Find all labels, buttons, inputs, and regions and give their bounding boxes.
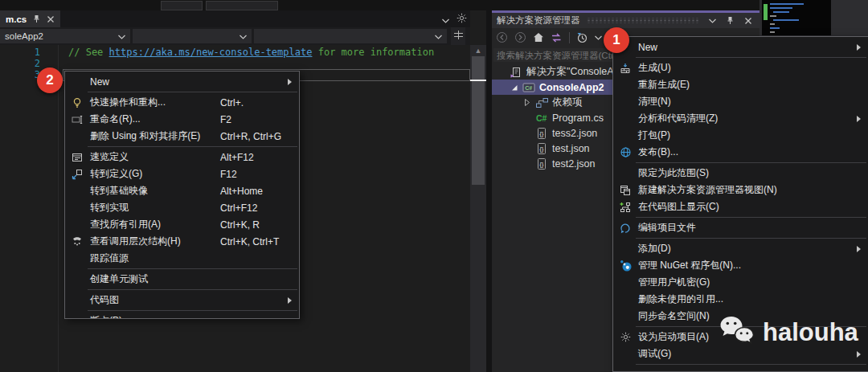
csharp-file-icon: C# bbox=[534, 112, 550, 124]
menu-item[interactable]: 发布(B)... bbox=[613, 144, 868, 161]
menu-item[interactable]: 生成(U) bbox=[613, 59, 868, 76]
chevron-down-icon bbox=[435, 31, 442, 41]
menu-item[interactable]: 跟踪值源 bbox=[65, 250, 299, 267]
close-icon[interactable] bbox=[742, 17, 755, 25]
menu-item-label: New bbox=[638, 42, 657, 53]
thumbnail-code-line bbox=[773, 11, 789, 13]
scrollbar-thumb[interactable] bbox=[472, 56, 485, 185]
menu-item[interactable]: 代码图 bbox=[65, 292, 299, 309]
menu-separator bbox=[636, 162, 866, 163]
menu-item[interactable]: 转到基础映像Alt+Home bbox=[65, 182, 299, 199]
sync-icon[interactable] bbox=[551, 32, 563, 43]
line-number-gutter: 123 bbox=[0, 47, 40, 80]
menu-item[interactable]: 分析和代码清理(Z) bbox=[613, 110, 868, 127]
menu-item[interactable]: 重命名(R)...F2 bbox=[65, 111, 299, 128]
call-hierarchy-icon bbox=[70, 236, 84, 247]
pane-divider[interactable] bbox=[486, 10, 492, 372]
type-dropdown[interactable] bbox=[133, 29, 252, 43]
project-dropdown[interactable]: soleApp2 bbox=[0, 29, 130, 43]
submenu-arrow-icon bbox=[857, 44, 861, 51]
expander-expanded-icon[interactable] bbox=[508, 84, 521, 92]
tree-item-label: test2.json bbox=[552, 158, 596, 170]
svg-text:C#: C# bbox=[536, 113, 547, 123]
split-editor-button[interactable] bbox=[451, 27, 465, 45]
gear-icon bbox=[618, 332, 633, 342]
chevron-down-icon[interactable] bbox=[442, 12, 449, 27]
solution-icon bbox=[508, 67, 524, 78]
titlebar-drag-dots bbox=[587, 18, 701, 23]
code-hyperlink[interactable]: https://aka.ms/new-console-template bbox=[109, 47, 313, 58]
menu-item[interactable]: AntDeploy bbox=[613, 366, 868, 372]
split-view-icon bbox=[453, 29, 464, 43]
submenu-arrow-icon bbox=[857, 351, 861, 358]
menu-item[interactable]: 管理用户机密(G) bbox=[613, 274, 868, 291]
menu-item[interactable]: 删除未使用的引用... bbox=[613, 291, 868, 308]
menu-item[interactable]: 查看调用层次结构(H)Ctrl+K, Ctrl+T bbox=[65, 233, 299, 250]
menu-item-label: 编辑项目文件 bbox=[638, 221, 696, 235]
menu-item[interactable]: 编辑项目文件 bbox=[613, 219, 868, 236]
editor-scrollbar[interactable]: ▲ bbox=[470, 45, 486, 372]
menu-item[interactable]: 查找所有引用(A)Ctrl+K, R bbox=[65, 216, 299, 233]
tree-item-label: 解决方案"ConsoleApp bbox=[526, 65, 625, 79]
menu-item[interactable]: 断点(B) bbox=[65, 313, 299, 319]
menu-item-shortcut: Ctrl+R, Ctrl+G bbox=[220, 131, 281, 142]
editor-navigation-bar: soleApp2 bbox=[0, 27, 470, 45]
menu-item-label: 添加(D) bbox=[638, 242, 671, 255]
menu-item[interactable]: 在代码图上显示(C) bbox=[613, 198, 868, 215]
menu-item[interactable]: 转到实现Ctrl+F12 bbox=[65, 199, 299, 216]
thumbnail-code-line bbox=[770, 3, 804, 5]
thumbnail-code-line bbox=[770, 15, 776, 17]
menu-item[interactable]: 重新生成(E) bbox=[613, 76, 868, 93]
chevron-down-icon[interactable] bbox=[595, 35, 602, 40]
pin-icon[interactable] bbox=[32, 12, 41, 27]
solution-explorer-titlebar[interactable]: 解决方案资源管理器 bbox=[492, 13, 760, 28]
tree-item-label: test.json bbox=[552, 143, 590, 154]
svg-text:{}: {} bbox=[539, 130, 544, 137]
window-position-icon[interactable] bbox=[706, 18, 719, 23]
home-icon[interactable] bbox=[533, 32, 544, 43]
background-window-fragment bbox=[206, 1, 278, 10]
dependencies-icon bbox=[534, 97, 550, 108]
menu-item[interactable]: 打包(P) bbox=[613, 127, 868, 144]
forward-icon[interactable] bbox=[514, 31, 526, 43]
menu-item-label: 打包(P) bbox=[638, 129, 670, 142]
submenu-arrow-icon bbox=[857, 246, 861, 252]
menu-item-label: AntDeploy bbox=[638, 370, 682, 372]
menu-item[interactable]: 创建单元测试 bbox=[65, 271, 299, 288]
menu-separator bbox=[88, 289, 297, 290]
menu-item[interactable]: 快速操作和重构...Ctrl+. bbox=[65, 94, 299, 111]
member-dropdown[interactable] bbox=[254, 29, 447, 43]
menu-item[interactable]: 添加(D) bbox=[613, 240, 868, 257]
tree-item-label: tess2.json bbox=[552, 128, 597, 139]
menu-item[interactable]: 删除 Using 和对其排序(E)Ctrl+R, Ctrl+G bbox=[65, 128, 299, 145]
history-icon[interactable] bbox=[576, 32, 588, 43]
menu-item[interactable]: 管理 NuGet 程序包(N)... bbox=[613, 257, 868, 274]
back-icon[interactable] bbox=[496, 31, 508, 43]
menu-item-label: 查看调用层次结构(H) bbox=[90, 235, 181, 248]
document-tab[interactable]: m.cs bbox=[0, 10, 60, 27]
tree-item-label: ConsoleApp2 bbox=[539, 82, 604, 93]
pin-icon[interactable] bbox=[723, 16, 737, 25]
menu-item-shortcut: F2 bbox=[220, 114, 231, 125]
menu-item[interactable]: 新建解决方案资源管理器视图(N) bbox=[613, 182, 868, 198]
menu-item-label: 代码图 bbox=[90, 293, 119, 307]
publish-icon bbox=[618, 146, 633, 158]
thumbnail-code-line bbox=[770, 7, 792, 9]
gear-icon[interactable] bbox=[457, 12, 467, 27]
menu-item-label: 管理用户机密(G) bbox=[638, 276, 710, 289]
top-window-strip bbox=[0, 0, 868, 10]
menu-item[interactable]: 转到定义(G)F12 bbox=[65, 166, 299, 182]
annotation-badge-1: 1 bbox=[604, 27, 629, 53]
menu-item[interactable]: 速览定义Alt+F12 bbox=[65, 149, 299, 166]
close-icon[interactable] bbox=[47, 12, 55, 27]
scrollbar-up-arrow-icon[interactable]: ▲ bbox=[470, 47, 486, 55]
menu-item[interactable]: New bbox=[613, 39, 868, 55]
menu-item[interactable]: 清理(N) bbox=[613, 93, 868, 110]
menu-item[interactable]: New bbox=[65, 73, 299, 90]
background-window-fragment bbox=[161, 1, 203, 10]
nuget-icon bbox=[618, 260, 633, 272]
menu-item-label: 跟踪值源 bbox=[90, 251, 129, 265]
expander-collapsed-icon[interactable] bbox=[521, 98, 534, 107]
menu-item[interactable]: 限定为此范围(S) bbox=[613, 165, 868, 182]
annotation-badge-2: 2 bbox=[37, 67, 63, 93]
